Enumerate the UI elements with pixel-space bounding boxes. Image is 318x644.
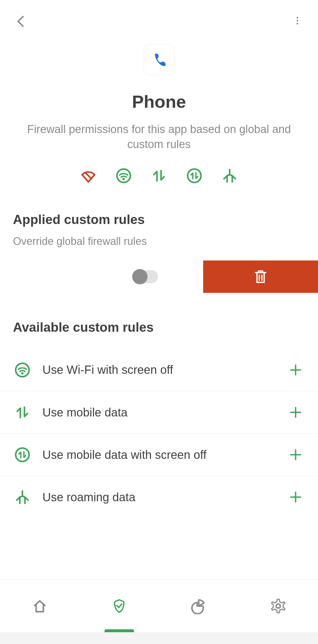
chart-icon — [191, 598, 207, 614]
more-vertical-icon — [292, 12, 303, 29]
applied-subtitle: Override global firewall rules — [13, 235, 305, 248]
nav-settings[interactable] — [238, 580, 318, 632]
back-button[interactable] — [9, 9, 32, 32]
wifi-screen-off-icon — [13, 361, 32, 379]
chevron-left-icon — [14, 14, 27, 27]
gear-icon — [270, 598, 286, 614]
applied-rule-row[interactable] — [0, 260, 318, 293]
roaming-icon[interactable] — [220, 166, 239, 185]
footer-pad — [0, 632, 318, 644]
nav-home[interactable] — [0, 580, 80, 632]
rule-item-mobile-data-screen-off[interactable]: Use mobile data with screen off — [0, 434, 318, 476]
available-title: Available custom rules — [13, 320, 305, 335]
rule-item-roaming[interactable]: Use roaming data — [0, 476, 318, 518]
add-rule-button[interactable] — [286, 445, 305, 464]
add-rule-button[interactable] — [286, 403, 305, 422]
mobile-data-screen-off-icon — [13, 445, 32, 464]
wifi-blocked-icon[interactable] — [79, 166, 98, 185]
more-menu-button[interactable] — [286, 9, 309, 32]
rule-item-wifi-screen-off[interactable]: Use Wi-Fi with screen off — [0, 349, 318, 391]
app-title: Phone — [132, 92, 186, 112]
top-bar — [0, 0, 318, 41]
rule-label: Use roaming data — [42, 491, 286, 504]
applied-section: Applied custom rules Override global fir… — [0, 185, 318, 248]
rule-label: Use Wi-Fi with screen off — [42, 363, 286, 376]
app-icon — [144, 44, 175, 75]
app-header: Phone Firewall permissions for this app … — [0, 44, 318, 152]
rule-item-mobile-data[interactable]: Use mobile data — [0, 391, 318, 434]
toggle-knob — [132, 269, 148, 284]
wifi-screen-off-icon[interactable] — [114, 166, 133, 185]
home-icon — [32, 598, 48, 614]
active-indicator — [105, 629, 134, 632]
trash-icon — [252, 268, 269, 285]
mobile-data-screen-off-icon[interactable] — [185, 166, 204, 185]
plus-icon — [289, 490, 303, 504]
bottom-navigation — [0, 579, 318, 632]
plus-icon — [289, 448, 303, 462]
plus-icon — [289, 405, 303, 419]
app-subtitle: Firewall permissions for this app based … — [0, 122, 318, 152]
shield-check-icon — [111, 598, 127, 614]
nav-stats[interactable] — [159, 580, 238, 632]
add-rule-button[interactable] — [286, 488, 305, 507]
mobile-data-icon[interactable] — [150, 166, 168, 185]
rule-label: Use mobile data — [42, 406, 286, 419]
permission-status-row — [0, 166, 318, 185]
roaming-icon — [13, 488, 32, 507]
plus-icon — [289, 363, 303, 377]
rule-label: Use mobile data with screen off — [42, 448, 286, 462]
available-rules-list: Use Wi-Fi with screen off Use mobile dat… — [0, 349, 318, 518]
nav-firewall[interactable] — [80, 580, 159, 632]
phone-icon — [150, 50, 168, 69]
rule-toggle[interactable] — [133, 270, 158, 283]
delete-rule-button[interactable] — [203, 260, 318, 293]
mobile-data-icon — [13, 403, 32, 422]
available-section: Available custom rules — [0, 293, 318, 335]
add-rule-button[interactable] — [286, 361, 305, 379]
applied-title: Applied custom rules — [13, 212, 305, 227]
